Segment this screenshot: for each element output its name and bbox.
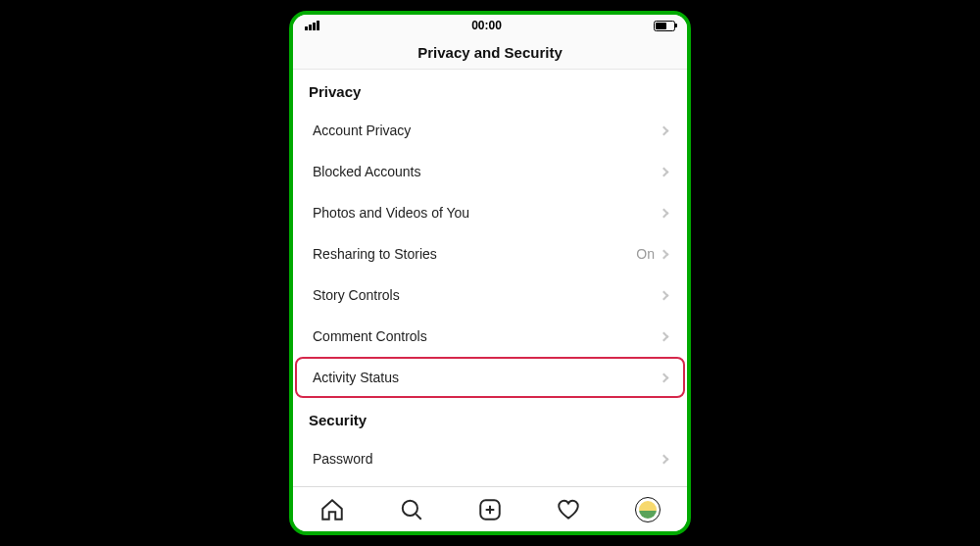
svg-line-1 bbox=[416, 514, 420, 519]
chevron-right-icon bbox=[660, 331, 669, 341]
row-activity-status[interactable]: Activity Status bbox=[295, 357, 685, 398]
row-blocked-accounts[interactable]: Blocked Accounts bbox=[295, 151, 685, 192]
section-header-privacy: Privacy bbox=[293, 70, 687, 110]
row-value: On bbox=[636, 246, 655, 262]
cellular-signal-icon bbox=[305, 21, 319, 30]
row-story-controls[interactable]: Story Controls bbox=[295, 274, 685, 316]
chevron-right-icon bbox=[660, 290, 669, 300]
row-label: Photos and Videos of You bbox=[313, 205, 655, 221]
row-saved-login-info[interactable]: Saved Login Info bbox=[295, 479, 685, 486]
row-photos-videos-of-you[interactable]: Photos and Videos of You bbox=[295, 192, 685, 233]
svg-point-0 bbox=[402, 500, 416, 515]
row-resharing-to-stories[interactable]: Resharing to Stories On bbox=[295, 233, 685, 274]
device-frame: 00:00 Privacy and Security Privacy Accou… bbox=[289, 11, 691, 535]
tab-search[interactable] bbox=[384, 487, 439, 532]
battery-indicator bbox=[654, 21, 675, 31]
row-label: Resharing to Stories bbox=[313, 246, 636, 262]
tab-profile[interactable] bbox=[620, 487, 675, 532]
tab-home[interactable] bbox=[305, 487, 360, 532]
row-label: Account Privacy bbox=[313, 123, 655, 138]
settings-scroll-area[interactable]: Privacy Account Privacy Blocked Accounts… bbox=[293, 70, 687, 486]
chevron-right-icon bbox=[660, 125, 669, 135]
chevron-right-icon bbox=[660, 167, 669, 176]
chevron-right-icon bbox=[660, 208, 669, 218]
chevron-right-icon bbox=[660, 249, 669, 259]
status-bar-time: 00:00 bbox=[471, 19, 502, 32]
home-icon bbox=[319, 497, 345, 522]
row-label: Comment Controls bbox=[313, 328, 655, 344]
tab-bar bbox=[293, 486, 687, 531]
row-label: Password bbox=[313, 451, 655, 467]
row-account-privacy[interactable]: Account Privacy bbox=[295, 110, 685, 151]
add-post-icon bbox=[477, 497, 503, 522]
avatar-image bbox=[639, 501, 657, 519]
row-label: Blocked Accounts bbox=[313, 164, 655, 179]
section-header-security: Security bbox=[293, 398, 687, 438]
chevron-right-icon bbox=[660, 454, 669, 464]
signal-strength bbox=[305, 21, 319, 30]
avatar bbox=[635, 497, 661, 522]
page-title: Privacy and Security bbox=[417, 44, 563, 61]
battery-icon bbox=[654, 21, 675, 31]
page-title-bar: Privacy and Security bbox=[293, 36, 687, 70]
heart-icon bbox=[556, 497, 581, 522]
tab-add-post[interactable] bbox=[463, 487, 517, 532]
search-icon bbox=[399, 497, 424, 522]
chevron-right-icon bbox=[660, 372, 669, 382]
row-label: Story Controls bbox=[313, 287, 655, 303]
status-bar: 00:00 bbox=[293, 15, 687, 36]
row-label: Activity Status bbox=[313, 370, 655, 385]
row-password[interactable]: Password bbox=[295, 438, 685, 479]
tab-activity[interactable] bbox=[541, 487, 596, 532]
row-comment-controls[interactable]: Comment Controls bbox=[295, 316, 685, 357]
